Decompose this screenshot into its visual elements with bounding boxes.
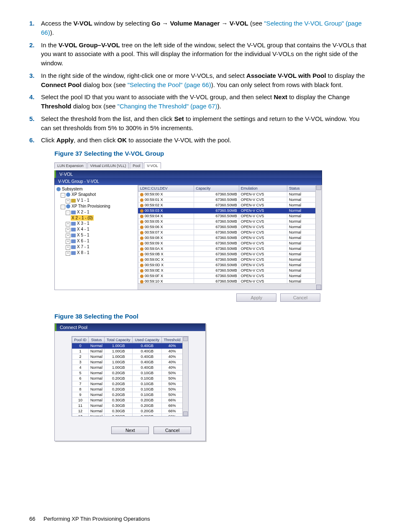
col-header[interactable]: Total Capacity [105,337,133,343]
table-row[interactable]: 10Normal0.30GB0.20GB66% [72,398,183,403]
tree-node[interactable]: Subsystem [56,186,136,192]
col-header[interactable]: LDKC:CU:LDEV [138,185,194,192]
vvol-group-tree[interactable]: Subsystem-XP Snapshot+V 1 - 1-XP Thin Pr… [55,185,138,290]
step-body: In the right side of the window, right-c… [41,71,370,90]
page-footer: 66 Performing XP Thin Provisioning Opera… [29,516,150,522]
tree-node[interactable]: -XP Snapshot [56,192,136,198]
table-row[interactable]: 11Normal0.30GB0.20GB66% [72,403,183,409]
expand-icon[interactable]: + [66,251,70,256]
table-row[interactable]: 13Normal0.30GB0.20GB66% [72,414,183,416]
folder-icon [71,199,76,203]
tree-node[interactable]: +X 4 - 1 [56,226,136,232]
tree-node[interactable]: +X 7 - 1 [56,244,136,250]
expand-icon[interactable]: + [66,228,70,232]
step-number: 6. [29,136,41,145]
table-row[interactable]: 00:59:09 X67360.50MBOPEN-V CVSNormal [138,241,316,246]
next-button[interactable]: Next [111,427,149,434]
cancel-button[interactable]: Cancel [280,293,320,302]
table-row[interactable]: 00:59:00 X67360.50MBOPEN-V CVSNormal [138,192,316,197]
tree-label: XP Snapshot [72,192,96,197]
tree-label: X 3 - 1 [77,221,89,226]
col-header[interactable]: Status [88,337,104,343]
table-row[interactable]: 00:59:08 X67360.50MBOPEN-V CVSNormal [138,235,316,241]
tree-node[interactable]: +X 6 - 1 [56,238,136,244]
tree-node[interactable]: +X 3 - 1 [56,221,136,226]
table-row[interactable]: 1Normal1.00GB0.40GB40% [72,349,183,354]
table-row[interactable]: 00:59:07 X67360.50MBOPEN-V CVSNormal [138,230,316,235]
expand-icon[interactable]: - [61,205,65,209]
scrollbar-vertical[interactable] [182,337,188,416]
step-number: 5. [29,114,41,133]
tab-virtual-lvi-lun-vll-[interactable]: Virtual LVI/LUN (VLL) [87,162,129,169]
table-row[interactable]: 00:59:0D X67360.50MBOPEN-V CVSNormal [138,262,316,268]
tree-node[interactable]: -X 2 - 1 [56,209,136,215]
table-row[interactable]: 12Normal0.30GB0.20GB66% [72,409,183,414]
vvol-icon [140,193,143,196]
col-header[interactable]: Status [287,185,316,192]
vvol-icon [140,215,143,218]
table-row[interactable]: 00:59:02 X67360.50MBOPEN-V CVSNormal [138,203,316,208]
table-row[interactable]: 2Normal1.00GB0.40GB40% [72,354,183,360]
scrollbar-vertical[interactable] [315,185,322,290]
tree-node[interactable]: -XP Thin Provisioning [56,203,136,209]
vvol-icon [140,275,143,278]
expand-icon[interactable]: - [61,193,65,198]
folder-icon [71,211,76,214]
pool-table[interactable]: Pool IDStatusTotal CapacityUsed Capacity… [72,337,183,416]
table-row[interactable]: 9Normal0.20GB0.10GB50% [72,392,183,398]
table-row[interactable]: 4Normal1.00GB0.40GB40% [72,365,183,370]
table-row[interactable]: 0Normal1.00GB0.40GB40% [72,343,183,349]
expand-icon[interactable]: - [66,211,70,215]
expand-icon[interactable]: + [66,234,70,238]
tab-v-vol[interactable]: V-VOL [144,162,161,169]
apply-button[interactable]: Apply [236,293,276,302]
tree-label: X 2 - 1 [77,210,89,214]
table-row[interactable]: 00:59:01 X67360.50MBOPEN-V CVSNormal [138,197,316,203]
tree-node[interactable]: +X 5 - 1 [56,232,136,238]
table-row[interactable]: 8Normal0.20GB0.10GB50% [72,387,183,392]
col-header[interactable]: Threshold [162,337,183,343]
step-number: 4. [29,93,41,111]
tree-node[interactable]: X 2 - 1 - (0) [56,215,136,221]
cancel-button[interactable]: Cancel [153,427,191,434]
vvol-icon [140,253,143,256]
table-row[interactable]: 00:59:04 X67360.50MBOPEN-V CVSNormal [138,213,316,219]
tree-label: Subsystem [62,187,82,191]
step-number: 3. [29,71,41,90]
table-row[interactable]: 00:59:03 X67360.50MBOPEN-V CVSNormal [138,208,316,213]
col-header[interactable]: Used Capacity [133,337,162,343]
col-header[interactable]: Capacity [194,185,239,192]
tab-pool[interactable]: Pool [130,162,143,169]
table-row[interactable]: 5Normal0.20GB0.10GB50% [72,370,183,376]
table-row[interactable]: 00:59:05 X67360.50MBOPEN-V CVSNormal [138,219,316,224]
cross-ref-link[interactable]: "Changing the Threshold" (page 67) [118,103,217,110]
col-header[interactable]: Emulation [239,185,287,192]
tree-node[interactable]: +X 8 - 1 [56,250,136,256]
table-row[interactable]: 00:59:0B X67360.50MBOPEN-V CVSNormal [138,252,316,257]
scrollbar-horizontal[interactable] [138,283,316,290]
vvol-header: V-VOL [54,170,322,178]
step-body: Access the V-VOL window by selecting Go … [41,19,370,37]
step-number: 2. [29,41,41,68]
table-row[interactable]: 00:59:06 X67360.50MBOPEN-V CVSNormal [138,224,316,230]
tree-node[interactable]: +V 1 - 1 [56,198,136,203]
expand-icon[interactable]: + [66,222,70,226]
tree-label: V 1 - 1 [77,198,89,203]
tab-lun-expansion[interactable]: LUN Expansion [54,162,87,169]
expand-icon[interactable]: + [66,239,70,244]
expand-icon[interactable]: + [66,199,70,203]
table-row[interactable]: 00:59:0A X67360.50MBOPEN-V CVSNormal [138,246,316,252]
col-header[interactable]: Pool ID [72,337,89,343]
table-row[interactable]: 7Normal0.20GB0.10GB50% [72,381,183,387]
table-row[interactable]: 00:59:0C X67360.50MBOPEN-V CVSNormal [138,257,316,262]
vvol-icon [140,204,143,207]
table-row[interactable]: 6Normal0.20GB0.10GB50% [72,376,183,381]
table-row[interactable]: 00:59:0F X67360.50MBOPEN-V CVSNormal [138,273,316,279]
connect-pool-header: Connect Pool [55,324,205,331]
table-row[interactable]: 3Normal1.00GB0.40GB40% [72,360,183,365]
cross-ref-link[interactable]: "Selecting the Pool" (page 66) [128,81,211,88]
folder-icon [71,251,76,255]
expand-icon[interactable]: + [66,245,70,250]
vvol-icon [140,247,143,251]
table-row[interactable]: 00:59:0E X67360.50MBOPEN-V CVSNormal [138,268,316,273]
